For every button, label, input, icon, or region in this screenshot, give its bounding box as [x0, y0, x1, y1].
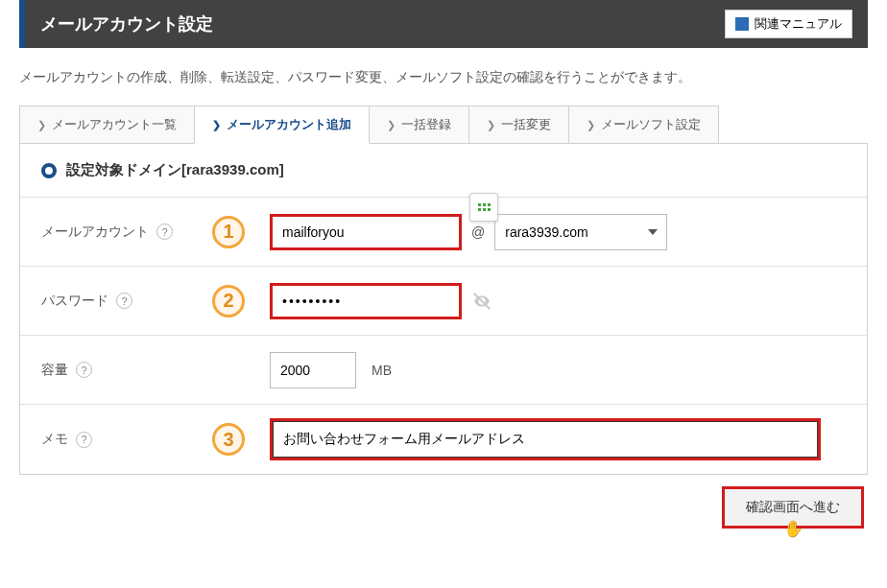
manual-label: 関連マニュアル [755, 15, 842, 33]
help-icon[interactable]: ? [156, 223, 173, 240]
chevron-right-icon: ❯ [387, 119, 396, 131]
label-memo: メモ [41, 431, 68, 448]
help-icon[interactable]: ? [116, 293, 132, 309]
capacity-unit: MB [372, 363, 392, 378]
tabs: ❯メールアカウント一覧 ❯メールアカウント追加 ❯一括登録 ❯一括変更 ❯メール… [19, 106, 868, 144]
manual-icon [735, 17, 749, 31]
help-icon[interactable]: ? [76, 362, 92, 378]
at-symbol: @ [471, 224, 485, 240]
page-title: メールアカウント設定 [40, 12, 213, 35]
target-domain-row: 設定対象ドメイン[rara3939.com] [20, 144, 867, 198]
related-manual-button[interactable]: 関連マニュアル [725, 10, 852, 38]
target-domain-label: 設定対象ドメイン[rara3939.com] [66, 161, 284, 179]
row-capacity: 容量 ? MB [20, 336, 867, 405]
chevron-right-icon: ❯ [487, 119, 495, 131]
tab-bulk-update[interactable]: ❯一括変更 [468, 106, 569, 143]
page-header: メールアカウント設定 関連マニュアル [19, 0, 868, 48]
password-manager-icon[interactable] [469, 193, 498, 222]
tab-account-add[interactable]: ❯メールアカウント追加 [194, 106, 370, 144]
label-mail-account: メールアカウント [41, 223, 149, 241]
form-panel: 設定対象ドメイン[rara3939.com] メールアカウント ? 1 @ ra… [19, 144, 868, 475]
cursor-pointer-icon: ✋ [783, 519, 803, 539]
page-description: メールアカウントの作成、削除、転送設定、パスワード変更、メールソフト設定の確認を… [19, 48, 868, 106]
annotation-marker-3: 3 [212, 423, 245, 456]
tab-account-list[interactable]: ❯メールアカウント一覧 [19, 106, 195, 143]
label-capacity: 容量 [41, 362, 68, 379]
visibility-off-icon[interactable] [471, 291, 492, 312]
annotation-marker-1: 1 [212, 216, 245, 248]
tab-bulk-register[interactable]: ❯一括登録 [369, 106, 469, 143]
chevron-right-icon: ❯ [37, 119, 46, 131]
row-password: パスワード ? 2 [20, 267, 867, 336]
row-mail-account: メールアカウント ? 1 @ rara3939.com [20, 198, 867, 267]
radio-selected-icon[interactable] [41, 163, 57, 178]
chevron-right-icon: ❯ [587, 119, 595, 131]
password-input[interactable] [270, 283, 462, 319]
confirm-button[interactable]: 確認画面へ進む ✋ [722, 486, 864, 529]
help-icon[interactable]: ? [76, 432, 92, 448]
domain-select[interactable]: rara3939.com [494, 214, 667, 250]
label-password: パスワード [41, 293, 108, 310]
mail-account-input[interactable] [270, 214, 462, 250]
row-memo: メモ ? 3 [20, 405, 867, 474]
chevron-right-icon: ❯ [212, 119, 221, 131]
memo-input[interactable] [273, 421, 818, 458]
tab-mailsoft-settings[interactable]: ❯メールソフト設定 [568, 106, 719, 143]
annotation-marker-2: 2 [212, 285, 245, 318]
form-footer: 確認画面へ進む ✋ [19, 475, 868, 529]
capacity-input[interactable] [270, 352, 356, 388]
